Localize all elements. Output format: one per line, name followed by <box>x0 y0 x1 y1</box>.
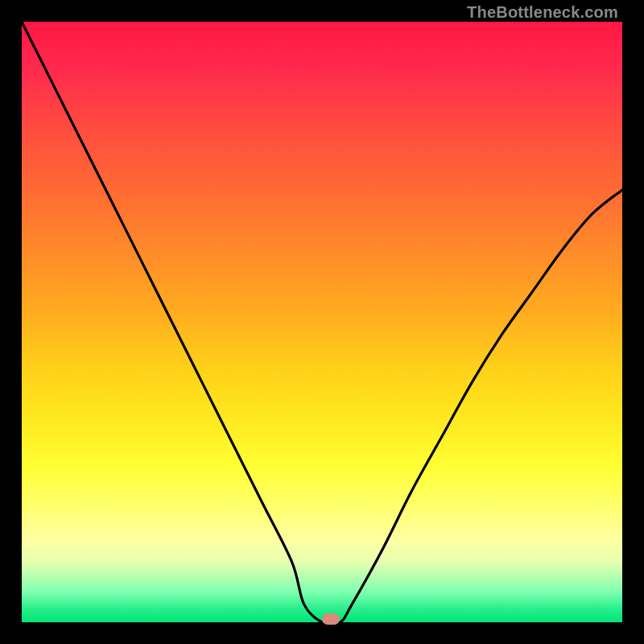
optimum-marker <box>322 613 340 625</box>
bottleneck-curve <box>22 22 622 622</box>
attribution-text: TheBottleneck.com <box>467 3 618 22</box>
curve-path <box>22 22 622 622</box>
plot-area <box>22 22 622 622</box>
chart-frame: TheBottleneck.com <box>0 0 644 644</box>
